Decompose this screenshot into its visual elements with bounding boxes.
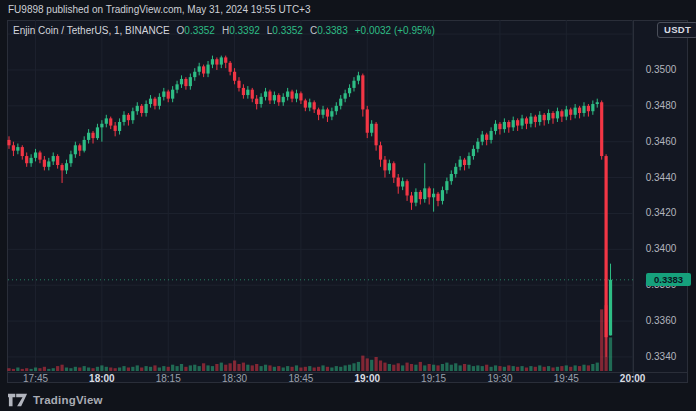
candle-body — [428, 188, 431, 197]
candle-body — [379, 145, 382, 159]
volume-bar — [405, 363, 408, 371]
volume-bar — [74, 367, 77, 371]
time-tick-label: 18:15 — [156, 373, 181, 384]
volume-bar — [16, 368, 19, 372]
volume-bar — [361, 356, 364, 371]
candle-body — [304, 100, 307, 107]
candle-body — [543, 115, 546, 120]
volume-bar — [7, 368, 10, 371]
candle-body — [481, 135, 484, 142]
time-tick-label: 18:45 — [288, 373, 313, 384]
volume-bar — [414, 365, 417, 371]
chart-legend: Enjin Coin / TetherUS, 1, BINANCE O0.335… — [13, 25, 435, 36]
candle-body — [503, 122, 506, 129]
candle-body — [167, 91, 170, 98]
time-tick-label: 19:45 — [554, 373, 579, 384]
volume-bar — [264, 365, 267, 371]
candle-body — [69, 154, 72, 163]
candlestick-chart[interactable] — [0, 0, 696, 411]
volume-bar — [52, 368, 55, 371]
volume-bar — [268, 365, 271, 371]
volume-bar — [87, 368, 90, 372]
ohlc-open: O0.3352 — [177, 25, 215, 36]
volume-bar — [290, 367, 293, 371]
candle-body — [277, 95, 280, 102]
volume-bar — [459, 365, 462, 371]
candle-body — [211, 59, 214, 64]
candle-body — [43, 160, 46, 167]
candle-body — [255, 99, 258, 104]
candle-body — [534, 117, 537, 122]
price-tick-label: 0.3340 — [634, 351, 688, 363]
time-tick-label: 19:15 — [421, 373, 446, 384]
candle-body — [436, 194, 439, 201]
candle-body — [286, 91, 289, 96]
volume-bar — [78, 368, 81, 372]
volume-bar — [211, 366, 214, 371]
ohlc-close: C0.3383 — [310, 25, 348, 36]
volume-bar — [494, 365, 497, 371]
volume-bar — [503, 367, 506, 371]
candle-body — [180, 79, 183, 84]
candle-body — [96, 127, 99, 138]
candle-body — [414, 192, 417, 203]
candle-body — [65, 163, 68, 170]
volume-bar — [30, 369, 33, 371]
volume-bar — [158, 368, 161, 372]
candle-body — [582, 106, 585, 113]
candle-body — [260, 97, 263, 104]
volume-bar — [313, 368, 316, 372]
price-tick-label: 0.3400 — [634, 243, 688, 255]
volume-bar — [317, 367, 320, 371]
candle-body — [273, 95, 276, 100]
price-tick-label: 0.3440 — [634, 172, 688, 184]
volume-bar — [100, 365, 103, 371]
candle-body — [419, 192, 422, 199]
volume-bar — [109, 368, 112, 372]
candle-body — [405, 181, 408, 195]
volume-bar — [118, 368, 121, 372]
volume-bar — [229, 363, 232, 371]
volume-bar — [105, 367, 108, 371]
volume-bar — [357, 362, 360, 371]
volume-bar — [180, 364, 183, 371]
candle-body — [83, 140, 86, 151]
volume-bar — [574, 365, 577, 371]
volume-bar — [547, 366, 550, 371]
price-axis[interactable]: 0.35000.34800.34600.34400.34200.34000.33… — [634, 20, 688, 372]
candle-body — [246, 90, 249, 95]
candle-body — [335, 106, 338, 111]
candle-body — [397, 178, 400, 187]
volume-bar — [454, 363, 457, 371]
volume-bar — [445, 363, 448, 371]
volume-bar — [490, 367, 493, 371]
volume-bar — [175, 366, 178, 371]
volume-bar — [308, 366, 311, 371]
volume-bar — [529, 366, 532, 371]
candle-body — [556, 111, 559, 118]
candle-body — [30, 158, 33, 163]
candle-body — [587, 106, 590, 111]
candle-body — [237, 81, 240, 88]
tradingview-logo[interactable]: TradingView — [8, 393, 103, 407]
candle-body — [16, 147, 19, 151]
candle-body — [317, 109, 320, 114]
candle-body — [206, 65, 209, 74]
ohlc-low: L0.3352 — [267, 25, 303, 36]
candle-body — [370, 124, 373, 133]
volume-bar — [543, 367, 546, 371]
volume-bar — [516, 367, 519, 371]
candle-body — [454, 167, 457, 174]
candle-body — [224, 57, 227, 62]
volume-bar — [379, 361, 382, 372]
candle-body — [229, 63, 232, 72]
time-axis[interactable]: 17:4518:0018:1518:3018:4519:0019:1519:30… — [0, 373, 696, 385]
volume-bar — [383, 363, 386, 371]
candle-body — [560, 111, 563, 116]
candle-body — [574, 108, 577, 115]
candle-body — [445, 181, 448, 190]
volume-bar — [485, 365, 488, 371]
currency-badge[interactable]: USDT — [657, 22, 696, 38]
volume-bar — [282, 368, 285, 372]
candle-body — [153, 99, 156, 106]
